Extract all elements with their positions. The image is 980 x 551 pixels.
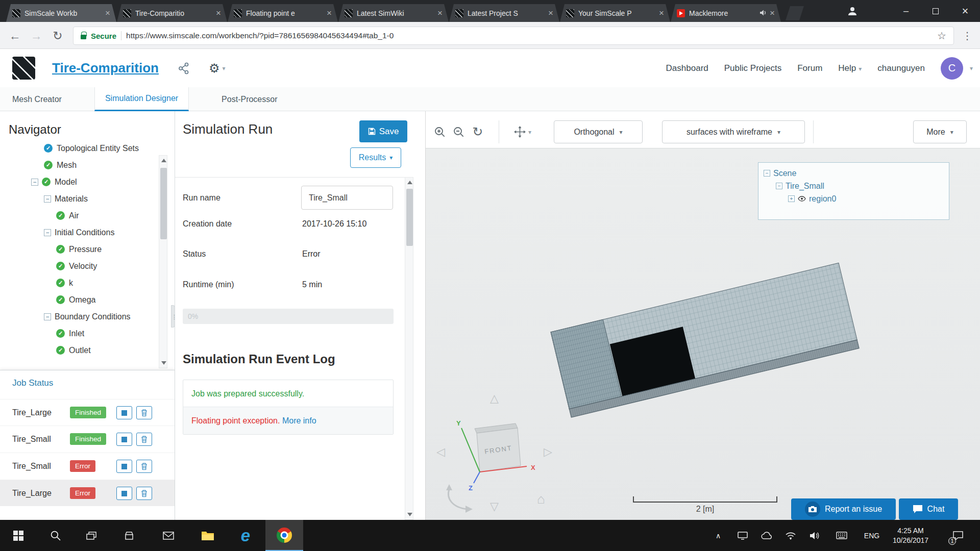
tree-item-air[interactable]: ✓ Air bbox=[0, 207, 158, 224]
task-view-button[interactable] bbox=[80, 520, 103, 551]
nav-help-menu[interactable]: Help▾ bbox=[838, 63, 862, 73]
start-button[interactable] bbox=[7, 520, 30, 551]
collapse-icon[interactable]: − bbox=[44, 229, 51, 236]
mail-taskbar-icon[interactable] bbox=[157, 520, 180, 551]
tray-display-icon[interactable] bbox=[731, 520, 754, 551]
share-icon[interactable] bbox=[178, 62, 189, 74]
results-dropdown-button[interactable]: Results ▾ bbox=[350, 147, 401, 168]
delete-job-button[interactable] bbox=[136, 406, 152, 419]
tab-post-processor[interactable]: Post-Processor bbox=[211, 87, 287, 111]
chat-button[interactable]: Chat bbox=[899, 498, 958, 520]
stop-job-button[interactable] bbox=[116, 487, 132, 500]
tab-mesh-creator[interactable]: Mesh Creator bbox=[2, 87, 72, 111]
tab-close-icon[interactable]: × bbox=[548, 9, 553, 17]
taskbar-clock[interactable]: 4:25 AM 10/26/2017 bbox=[884, 520, 937, 551]
stop-job-button[interactable] bbox=[116, 460, 132, 473]
scroll-up-arrow[interactable] bbox=[161, 159, 166, 162]
tree-item-model[interactable]: − ✓ Model bbox=[0, 173, 158, 190]
navigator-scrollbar[interactable] bbox=[159, 155, 167, 368]
nav-forum-link[interactable]: Forum bbox=[797, 63, 822, 73]
zoom-in-icon[interactable] bbox=[431, 120, 449, 143]
render-area[interactable]: FRONT X Y Z △ ▽ ◁ ▷ ⌂ bbox=[426, 148, 980, 520]
tire-domain-mesh[interactable] bbox=[551, 263, 859, 417]
more-dropdown[interactable]: More ▾ bbox=[913, 120, 967, 143]
rotate-down-arrow[interactable]: ▽ bbox=[490, 500, 499, 513]
zoom-out-icon[interactable] bbox=[450, 120, 468, 143]
tab-audio-icon[interactable] bbox=[760, 9, 767, 17]
reload-button[interactable]: ↻ bbox=[48, 26, 67, 45]
simscale-logo[interactable] bbox=[12, 57, 35, 80]
volume-icon[interactable] bbox=[803, 520, 826, 551]
panel-splitter-handle[interactable]: ⋮ bbox=[171, 305, 175, 328]
rotate-right-arrow[interactable]: ▷ bbox=[544, 445, 552, 459]
tree-item-outlet[interactable]: ✓ Outlet bbox=[0, 342, 158, 359]
nav-dashboard-link[interactable]: Dashboard bbox=[666, 63, 708, 73]
tree-item-initial-conditions[interactable]: − Initial Conditions bbox=[0, 224, 158, 241]
language-indicator[interactable]: ENG bbox=[861, 520, 883, 551]
stop-job-button[interactable] bbox=[116, 433, 132, 446]
username-label[interactable]: chaunguyen bbox=[877, 63, 925, 73]
collapse-icon[interactable]: − bbox=[44, 313, 51, 320]
job-row[interactable]: Tire_Large Error bbox=[0, 480, 175, 506]
scene-node-region0[interactable]: + region0 bbox=[764, 192, 949, 205]
tree-item-mesh[interactable]: ✓ Mesh bbox=[0, 157, 158, 173]
browser-menu-icon[interactable]: ⋮ bbox=[959, 27, 976, 44]
job-row[interactable]: Tire_Small Finished bbox=[0, 425, 175, 452]
browser-tab-simscale-workbench[interactable]: SimScale Workb × bbox=[6, 4, 116, 22]
chevron-down-icon[interactable]: ▾ bbox=[970, 65, 973, 72]
scrollbar-thumb[interactable] bbox=[406, 189, 413, 246]
close-button[interactable]: × bbox=[950, 0, 980, 22]
rotate-left-arrow[interactable]: ◁ bbox=[436, 445, 445, 459]
eye-icon[interactable] bbox=[798, 196, 806, 202]
browser-tab-tire-comparition[interactable]: Tire-Comparitio × bbox=[117, 4, 227, 22]
run-name-input[interactable] bbox=[301, 186, 393, 210]
projection-dropdown[interactable]: Orthogonal ▾ bbox=[554, 120, 643, 143]
bookmark-star-icon[interactable]: ☆ bbox=[937, 30, 946, 42]
job-row[interactable]: Tire_Large Finished bbox=[0, 399, 175, 425]
address-input[interactable]: Secure https://www.simscale.com/workbenc… bbox=[73, 27, 954, 45]
url-text[interactable]: https://www.simscale.com/workbench/?pid=… bbox=[126, 31, 933, 40]
action-center-button[interactable]: 1 bbox=[947, 520, 969, 551]
collapse-icon[interactable]: − bbox=[44, 195, 51, 203]
stop-job-button[interactable] bbox=[116, 406, 132, 419]
rotate-up-arrow[interactable]: △ bbox=[490, 392, 499, 405]
save-button[interactable]: Save bbox=[359, 120, 407, 142]
nav-public-projects-link[interactable]: Public Projects bbox=[724, 63, 781, 73]
browser-tab-latest-project[interactable]: Latest Project S × bbox=[449, 4, 559, 22]
tree-item-topological-entity-sets[interactable]: ✓ Topological Entity Sets bbox=[0, 144, 158, 157]
chrome-taskbar-icon[interactable] bbox=[265, 520, 303, 551]
pan-tool-button[interactable]: ▾ bbox=[508, 120, 537, 143]
minimize-button[interactable]: – bbox=[891, 0, 921, 22]
navigation-cube[interactable]: FRONT X Y Z bbox=[456, 419, 535, 492]
edge-taskbar-icon[interactable]: e bbox=[234, 520, 257, 551]
forward-button[interactable]: → bbox=[27, 26, 46, 45]
onedrive-cloud-icon[interactable] bbox=[756, 520, 778, 551]
tree-item-materials[interactable]: − Materials bbox=[0, 190, 158, 207]
collapse-icon[interactable]: − bbox=[776, 183, 782, 189]
home-view-icon[interactable]: ⌂ bbox=[537, 491, 545, 507]
scene-node-tire-small[interactable]: − Tire_Small bbox=[764, 180, 949, 192]
tab-close-icon[interactable]: × bbox=[770, 9, 775, 17]
tree-item-inlet[interactable]: ✓ Inlet bbox=[0, 325, 158, 342]
browser-tab-youtube-macklemore[interactable]: Macklemore × bbox=[671, 4, 781, 22]
tray-expand-icon[interactable]: ∧ bbox=[710, 520, 726, 551]
expand-icon[interactable]: + bbox=[788, 195, 795, 202]
scene-node-root[interactable]: − Scene bbox=[764, 167, 949, 180]
tab-close-icon[interactable]: × bbox=[105, 9, 110, 17]
project-title[interactable]: Tire-Comparition bbox=[52, 60, 159, 76]
new-tab-button[interactable] bbox=[786, 6, 804, 20]
tab-close-icon[interactable]: × bbox=[437, 9, 443, 17]
tab-simulation-designer[interactable]: Simulation Designer bbox=[94, 87, 189, 111]
collapse-icon[interactable]: − bbox=[764, 170, 770, 177]
scroll-down-arrow[interactable] bbox=[161, 361, 166, 365]
touch-keyboard-icon[interactable] bbox=[830, 520, 853, 551]
job-row[interactable]: Tire_Small Error bbox=[0, 453, 175, 479]
report-issue-button[interactable]: Report an issue bbox=[791, 498, 896, 520]
browser-profile-icon[interactable] bbox=[843, 4, 862, 18]
refresh-view-icon[interactable]: ↻ bbox=[469, 120, 487, 143]
browser-tab-simwiki[interactable]: Latest SimWiki × bbox=[338, 4, 449, 22]
delete-job-button[interactable] bbox=[136, 433, 152, 446]
tree-item-k[interactable]: ✓ k bbox=[0, 274, 158, 291]
tree-item-velocity[interactable]: ✓ Velocity bbox=[0, 258, 158, 274]
tree-item-pressure[interactable]: ✓ Pressure bbox=[0, 241, 158, 258]
